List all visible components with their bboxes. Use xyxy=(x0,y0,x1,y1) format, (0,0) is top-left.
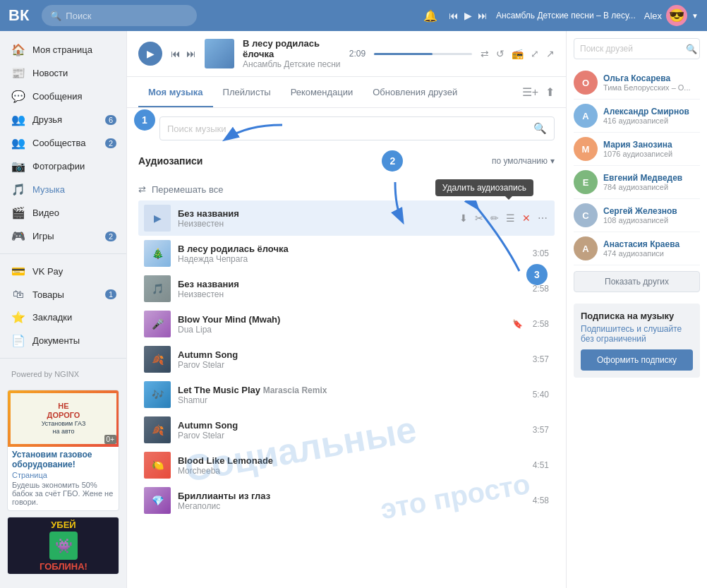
track-thumb-2: 🎄 xyxy=(144,240,171,267)
sidebar-item-market[interactable]: 🛍 Товары 1 xyxy=(0,283,126,306)
friend-item[interactable]: О Ольга Косарева Тима Белорусских – О... xyxy=(574,66,700,100)
vk-logo[interactable]: ВК xyxy=(8,6,29,25)
music-search-input[interactable] xyxy=(167,124,533,134)
track-item[interactable]: ▶ Без названия Неизвестен Удалить аудиоз… xyxy=(138,200,555,236)
music-search-bar[interactable]: 🔍 xyxy=(159,116,555,140)
track-item[interactable]: 🎤 Blow Your Mind (Mwah) Dua Lipa 🔖 2:58 xyxy=(138,306,555,342)
play-pause-icon[interactable]: ▶ xyxy=(464,10,472,21)
prev-icon[interactable]: ⏮ xyxy=(171,48,181,59)
subscription-button[interactable]: Оформить подписку xyxy=(581,349,693,371)
notifications-bell[interactable]: 🔔 xyxy=(423,9,437,23)
sort-dropdown-icon: ▾ xyxy=(550,156,555,166)
track-item[interactable]: 🎵 Без названия Неизвестен 2:58 xyxy=(138,271,555,306)
ad-text-1: Будешь экономить 50% бабок за счёт ГБО. … xyxy=(8,481,119,510)
sidebar-item-games[interactable]: 🎮 Игры 2 xyxy=(0,224,126,248)
friend-info-4: Евгений Медведев 784 аудиозаписей xyxy=(603,173,700,191)
ad-block-2[interactable]: УБЕЙ 👾 ГОБЛИНА! xyxy=(7,517,119,575)
friend-item[interactable]: А Анастасия Краева 474 аудиозаписи xyxy=(574,232,700,265)
communities-icon: 👥 xyxy=(11,136,25,150)
music-search-icon[interactable]: 🔍 xyxy=(533,122,547,135)
upload-icon[interactable]: ⬆ xyxy=(545,85,555,99)
friend-item[interactable]: М Мария Занозина 1076 аудиозаписей xyxy=(574,133,700,166)
download-icon[interactable]: ⬇ xyxy=(458,211,469,225)
nav-dropdown-icon[interactable]: ▼ xyxy=(691,12,699,20)
nav-user[interactable]: Alex 😎 ▼ xyxy=(644,5,699,26)
ad-image-1: НЕ ДОРОГО Установим ГАЗ на авто 0+ xyxy=(8,390,119,447)
track-info-9: Бриллианты из глаз Мегаполис xyxy=(178,491,526,511)
sidebar-label-news: Новости xyxy=(32,68,68,78)
track-name-5: Autumn Song xyxy=(178,349,526,360)
track-artist-1: Неизвестен xyxy=(178,219,451,229)
sidebar-item-friends[interactable]: 👥 Друзья 6 xyxy=(0,108,126,131)
prev-track-icon[interactable]: ⏮ xyxy=(449,10,459,21)
track-item[interactable]: 🍂 Autumn Song Parov Stelar 3:57 xyxy=(138,342,555,377)
friend-name-6: Анастасия Краева xyxy=(603,239,700,249)
global-search[interactable]: 🔍 xyxy=(42,5,197,26)
next-icon[interactable]: ⏭ xyxy=(186,48,196,59)
news-icon: 📰 xyxy=(11,66,25,80)
friend-sub-5: 108 аудиозаписей xyxy=(603,216,700,224)
cut-icon[interactable]: ✂ xyxy=(473,211,485,225)
sidebar-item-news[interactable]: 📰 Новости xyxy=(0,61,126,85)
more-icon[interactable]: ⋯ xyxy=(536,211,549,225)
tab-recommendations[interactable]: Рекомендации xyxy=(281,78,363,107)
friends-search-input[interactable] xyxy=(580,44,686,54)
friend-name-4: Евгений Медведев xyxy=(603,173,700,183)
sidebar-divider xyxy=(0,253,126,254)
repeat-icon[interactable]: ↺ xyxy=(496,48,504,59)
track-thumb-6: 🎶 xyxy=(144,381,171,408)
sidebar-item-music[interactable]: 🎵 Музыка xyxy=(0,178,126,201)
sidebar-item-communities[interactable]: 👥 Сообщества 2 xyxy=(0,131,126,155)
edit-icon[interactable]: ✏ xyxy=(489,211,500,225)
play-icon: ▶ xyxy=(147,48,155,59)
friend-item[interactable]: С Сергей Железнов 108 аудиозаписей xyxy=(574,199,700,232)
track-info-7: Autumn Song Parov Stelar xyxy=(178,420,526,440)
playlist-add-icon[interactable]: ☰ xyxy=(504,211,516,225)
global-search-input[interactable] xyxy=(66,11,188,21)
sidebar-item-photos[interactable]: 📷 Фотографии xyxy=(0,155,126,178)
tab-friends-updates[interactable]: Обновления друзей xyxy=(363,78,467,107)
friends-search[interactable]: 🔍 xyxy=(574,38,700,59)
friend-item[interactable]: Е Евгений Медведев 784 аудиозаписей xyxy=(574,166,700,199)
messages-icon: 💬 xyxy=(11,90,25,103)
friend-item[interactable]: А Александр Смирнов 416 аудиозаписей xyxy=(574,100,700,133)
track-item[interactable]: 💎 Бриллианты из глаз Мегаполис 4:58 xyxy=(138,483,555,518)
track-item[interactable]: 🍋 Blood Like Lemonade Morcheeba 4:51 xyxy=(138,448,555,483)
expand-icon[interactable]: ⤢ xyxy=(531,48,539,59)
track-duration-9: 4:58 xyxy=(533,496,549,505)
sidebar-label-music: Музыка xyxy=(32,184,65,195)
share-icon[interactable]: ↗ xyxy=(546,48,555,59)
sidebar-item-bookmarks[interactable]: ⭐ Закладки xyxy=(0,306,126,329)
next-track-icon[interactable]: ⏭ xyxy=(478,10,488,21)
communities-badge: 2 xyxy=(105,138,116,148)
sort-button[interactable]: по умолчанию ▾ xyxy=(492,156,555,166)
sidebar-item-messages[interactable]: 💬 Сообщения xyxy=(0,85,126,108)
ad-block-1[interactable]: НЕ ДОРОГО Установим ГАЗ на авто 0+ Устан… xyxy=(7,390,119,511)
tab-playlists[interactable]: Плейлисты xyxy=(213,78,281,107)
sidebar-item-mypage[interactable]: 🏠 Моя страница xyxy=(0,38,126,61)
delete-icon[interactable]: ✕ xyxy=(521,211,532,225)
shuffle-icon[interactable]: ⇄ xyxy=(481,48,489,59)
track-name-9: Бриллианты из глаз xyxy=(178,491,526,501)
tab-mymusic[interactable]: Моя музыка xyxy=(138,78,213,107)
games-badge: 2 xyxy=(105,232,116,241)
track-item[interactable]: 🎶 Let The Music Play Marascia Remix Sham… xyxy=(138,377,555,412)
sidebar-item-vkpay[interactable]: 💳 VK Pay xyxy=(0,260,126,283)
add-music-icon[interactable]: ☰+ xyxy=(522,85,538,99)
track-artist-2: Надежда Чепрага xyxy=(178,254,526,264)
shuffle-all-label: Перемешать все xyxy=(152,184,223,195)
sidebar-item-video[interactable]: 🎬 Видео xyxy=(0,201,126,224)
radio-icon[interactable]: 📻 xyxy=(512,48,524,59)
video-icon: 🎬 xyxy=(11,206,25,220)
sidebar-divider-2 xyxy=(0,358,126,359)
track-list: ▶ Без названия Неизвестен Удалить аудиоз… xyxy=(138,200,555,518)
sidebar-item-docs[interactable]: 📄 Документы xyxy=(0,329,126,352)
track-artist-4: Dua Lipa xyxy=(178,325,505,335)
player-track-title: В лесу родилась ёлочка xyxy=(243,38,341,59)
track-item[interactable]: 🍂 Autumn Song Parov Stelar 3:57 xyxy=(138,412,555,448)
show-more-friends-button[interactable]: Показать других xyxy=(574,271,700,292)
play-button[interactable]: ▶ xyxy=(138,42,162,66)
track-item[interactable]: 🎄 В лесу родилась ёлочка Надежда Чепрага… xyxy=(138,236,555,271)
friend-sub-4: 784 аудиозаписей xyxy=(603,183,700,191)
player-progress-bar[interactable] xyxy=(374,53,472,55)
